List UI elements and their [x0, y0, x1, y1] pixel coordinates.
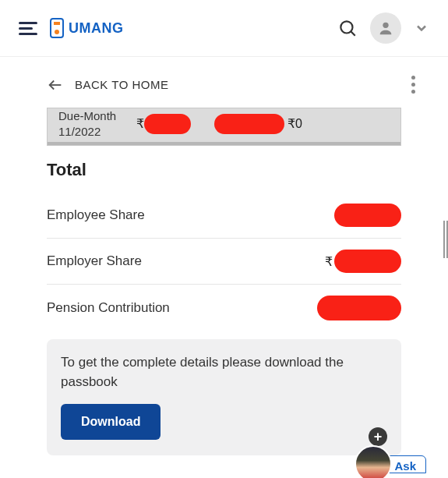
header-left: UMANG: [19, 18, 124, 38]
table-row: Due-Month 11/2022 ₹ ₹0: [58, 108, 393, 139]
totals-section: Total Employee Share Employer Share ₹ Pe…: [19, 146, 429, 331]
redacted-value: [144, 114, 191, 134]
redacted-value: [334, 204, 401, 227]
row-values: ₹ ₹0: [136, 114, 393, 134]
scroll-indicator: [443, 221, 448, 258]
brand-name: UMANG: [69, 20, 124, 37]
brand-logo[interactable]: UMANG: [50, 18, 124, 38]
download-button[interactable]: Download: [61, 404, 161, 440]
svg-line-1: [351, 32, 355, 36]
redacted-value: [214, 114, 284, 134]
total-label: Employee Share: [47, 207, 145, 223]
row-label: Due-Month 11/2022: [58, 108, 136, 139]
download-note-card: To get the complete details please downl…: [47, 339, 401, 455]
back-label: BACK TO HOME: [75, 78, 168, 91]
rupee-prefix: ₹: [136, 116, 144, 131]
app-header: UMANG: [0, 0, 448, 57]
search-icon[interactable]: [337, 18, 358, 38]
more-menu-icon[interactable]: [407, 71, 420, 98]
umang-logo-icon: [50, 18, 64, 38]
back-row: BACK TO HOME: [19, 71, 429, 98]
svg-point-0: [340, 21, 352, 33]
arrow-left-icon: [47, 76, 64, 94]
total-label: Pension Contribution: [47, 300, 170, 316]
zero-value: ₹0: [287, 116, 302, 131]
contribution-summary-card: Due-Month 11/2022 ₹ ₹0: [47, 108, 401, 146]
totals-title: Total: [47, 160, 401, 180]
total-row-employee-share: Employee Share: [47, 193, 401, 239]
note-text: To get the complete details please downl…: [61, 353, 387, 391]
ask-assistant-widget[interactable]: Ask: [355, 445, 426, 478]
hamburger-menu-icon[interactable]: [19, 22, 37, 35]
total-label: Employer Share: [47, 253, 142, 269]
user-icon: [377, 19, 394, 37]
total-row-employer-share: Employer Share ₹: [47, 239, 401, 285]
redacted-value: [334, 250, 401, 273]
rupee-prefix: ₹: [325, 254, 333, 269]
assistant-avatar-icon: [355, 445, 392, 478]
redacted-value: [317, 296, 401, 320]
profile-avatar[interactable]: [370, 12, 401, 44]
chevron-down-icon[interactable]: [414, 20, 429, 36]
page-content: BACK TO HOME Due-Month 11/2022 ₹ ₹0 Tota…: [0, 57, 448, 455]
total-row-pension-contribution: Pension Contribution: [47, 285, 401, 331]
svg-point-2: [383, 23, 388, 28]
back-to-home-button[interactable]: BACK TO HOME: [47, 76, 168, 94]
plus-icon[interactable]: +: [369, 427, 387, 446]
header-right: [337, 12, 429, 44]
